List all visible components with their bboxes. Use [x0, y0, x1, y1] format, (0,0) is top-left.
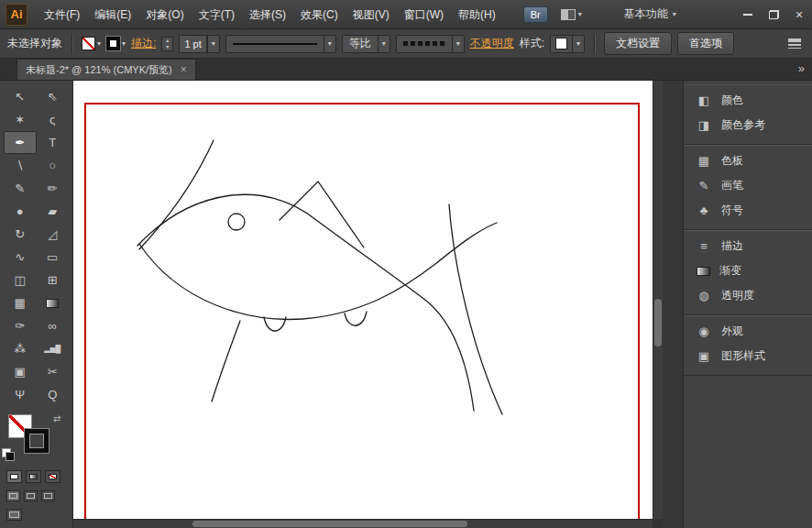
document-setup-button[interactable]: 文档设置 — [604, 32, 672, 55]
mesh-tool[interactable]: ▦ — [4, 292, 37, 314]
menu-window[interactable]: 窗口(W) — [397, 0, 451, 29]
canvas-area[interactable] — [73, 81, 653, 519]
lasso-tool[interactable]: ς — [37, 108, 70, 131]
type-tool[interactable]: T — [37, 131, 70, 154]
panel-stroke[interactable]: ≡描边 — [684, 234, 812, 258]
pen-tool[interactable]: ✒ — [4, 131, 37, 154]
blend-tool[interactable]: ∞ — [37, 314, 70, 337]
arrange-documents-button[interactable]: ▾ — [561, 9, 582, 20]
graphic-style-dropdown[interactable]: ▾ — [550, 35, 585, 53]
perspective-grid-tool[interactable]: ⊞ — [37, 269, 70, 292]
slice-tool[interactable]: ✂ — [37, 360, 70, 383]
panel-color-guide[interactable]: ◨颜色参考 — [684, 113, 812, 138]
screen-mode-button[interactable] — [6, 509, 22, 521]
panel-appearance[interactable]: ◉外观 — [684, 319, 812, 344]
line-segment-tool[interactable]: ∖ — [4, 154, 37, 177]
fish-drawing[interactable] — [73, 81, 653, 519]
fish-path[interactable] — [345, 312, 367, 325]
ellipse-tool[interactable]: ○ — [37, 154, 70, 177]
brush-definition-dropdown[interactable]: ▾ — [396, 35, 465, 53]
control-panel-menu-icon[interactable] — [788, 38, 801, 49]
preferences-button[interactable]: 首选项 — [677, 32, 734, 55]
collapse-dock-icon[interactable]: » — [798, 62, 805, 74]
panel-gradient[interactable]: 渐变 — [684, 258, 812, 283]
gradient-tool[interactable] — [37, 292, 70, 314]
stepper-down-icon[interactable]: ▾ — [162, 44, 172, 50]
minimize-button[interactable] — [735, 0, 761, 29]
fill-color-control[interactable]: ▾ — [82, 37, 101, 50]
stroke-weight-field[interactable]: 1 pt — [179, 35, 206, 53]
zoom-tool[interactable]: Q — [37, 383, 70, 406]
default-fill-stroke-icon[interactable] — [2, 448, 11, 457]
magic-wand-tool[interactable]: ✶ — [4, 108, 37, 131]
paintbrush-tool[interactable]: ✎ — [4, 177, 37, 200]
draw-normal-button[interactable] — [6, 490, 20, 501]
symbol-sprayer-tool[interactable]: ⁂ — [4, 337, 37, 360]
fish-path[interactable] — [228, 214, 245, 230]
fish-path[interactable] — [137, 194, 474, 411]
draw-inside-button[interactable] — [41, 490, 55, 501]
tab-close-icon[interactable]: × — [181, 63, 187, 76]
menu-object[interactable]: 对象(O) — [138, 0, 191, 29]
restore-button[interactable] — [761, 0, 786, 29]
horizontal-scrollbar-thumb[interactable] — [192, 521, 467, 527]
blob-brush-tool[interactable]: ● — [4, 200, 37, 223]
stepper-up-icon[interactable]: ▴ — [162, 38, 172, 44]
stroke-style-dropdown[interactable]: ▾ — [225, 35, 336, 53]
panel-color[interactable]: ◧颜色 — [684, 88, 812, 113]
vertical-scrollbar-thumb[interactable] — [654, 299, 662, 346]
stroke-panel-link[interactable]: 描边: — [131, 36, 156, 51]
none-mode-button[interactable] — [45, 470, 60, 483]
type-tool-icon: T — [49, 137, 56, 148]
menu-select[interactable]: 选择(S) — [242, 0, 293, 29]
menu-edit[interactable]: 编辑(E) — [87, 0, 138, 29]
none-mode-icon — [49, 474, 57, 479]
fish-path[interactable] — [139, 223, 497, 319]
menu-view[interactable]: 视图(V) — [346, 0, 397, 29]
menu-file[interactable]: 文件(F) — [37, 0, 87, 29]
pencil-tool[interactable]: ✏ — [37, 177, 70, 200]
panel-swatches[interactable]: ▦色板 — [684, 148, 812, 173]
swap-fill-stroke-icon[interactable]: ⇄ — [53, 413, 60, 424]
artboard-tool[interactable]: ▣ — [4, 360, 37, 383]
stroke-weight-dropdown[interactable]: ▾ — [207, 35, 220, 53]
selection-tool[interactable]: ↖ — [4, 85, 37, 108]
bridge-button[interactable]: Br — [523, 6, 548, 23]
menu-effect[interactable]: 效果(C) — [293, 0, 346, 29]
gradient-mode-button[interactable] — [26, 470, 41, 483]
free-transform-tool[interactable]: ▭ — [37, 246, 70, 269]
stroke-color-swatch[interactable] — [106, 37, 120, 50]
eraser-tool[interactable]: ▰ — [37, 200, 70, 223]
menu-type[interactable]: 文字(T) — [192, 0, 242, 29]
workspace-switcher[interactable]: 基本功能 ▾ — [624, 6, 676, 22]
fish-path[interactable] — [449, 204, 502, 414]
eyedropper-tool[interactable]: ✑ — [4, 314, 37, 337]
horizontal-scrollbar[interactable] — [73, 519, 653, 528]
fish-path[interactable] — [212, 321, 240, 402]
draw-behind-button[interactable] — [24, 490, 38, 501]
direct-selection-tool[interactable]: ⇖ — [37, 85, 70, 108]
panel-brushes[interactable]: ✎画笔 — [684, 173, 812, 198]
rotate-tool[interactable]: ↻ — [4, 223, 37, 246]
opacity-panel-link[interactable]: 不透明度 — [470, 36, 514, 51]
panel-symbols[interactable]: ♣符号 — [684, 198, 812, 223]
panel-graphic-styles[interactable]: ▣图形样式 — [684, 344, 812, 368]
close-button[interactable]: × — [786, 0, 812, 29]
scale-tool[interactable]: ◿ — [37, 223, 70, 246]
menu-help[interactable]: 帮助(H) — [451, 0, 503, 29]
stroke-swatch[interactable] — [25, 429, 49, 453]
fill-none-swatch[interactable] — [82, 37, 95, 50]
vertical-scrollbar[interactable] — [653, 81, 663, 519]
column-graph-tool[interactable]: ▂▅█ — [37, 337, 70, 360]
color-mode-button[interactable] — [6, 470, 22, 483]
stroke-color-control[interactable]: ▾ — [106, 37, 126, 50]
shape-builder-tool[interactable]: ◫ — [4, 269, 37, 292]
width-profile-dropdown[interactable]: 等比 ▾ — [342, 35, 390, 53]
chevron-down-icon: ▾ — [572, 36, 584, 52]
width-tool[interactable]: ∿ — [4, 246, 37, 269]
document-tab[interactable]: 未标题-2* @ 121% (CMYK/预览) × — [16, 59, 196, 80]
hand-tool[interactable]: Ψ — [4, 383, 37, 406]
stroke-weight-stepper[interactable]: ▴ ▾ — [161, 37, 173, 51]
panel-transparency[interactable]: ◍透明度 — [684, 283, 812, 308]
fish-path[interactable] — [280, 182, 364, 248]
